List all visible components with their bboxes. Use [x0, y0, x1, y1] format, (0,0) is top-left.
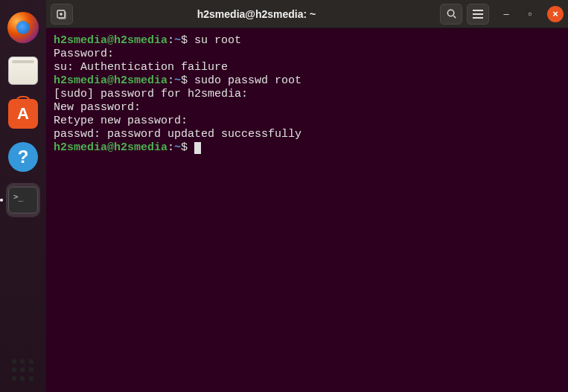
titlebar: h2smedia@h2smedia: ~ – ▫ ×: [46, 0, 568, 28]
dock-item-terminal[interactable]: >_: [6, 183, 40, 217]
close-button[interactable]: ×: [547, 6, 564, 22]
prompt-host: @h2smedia: [107, 34, 167, 47]
prompt-path: ~: [174, 74, 181, 87]
terminal-prompt-line: h2smedia@h2smedia:~$ su root: [54, 34, 561, 48]
hamburger-icon: [473, 10, 483, 19]
cursor: [194, 142, 201, 154]
terminal-output-line: passwd: password updated successfully: [54, 128, 561, 141]
output-text: New password:: [54, 101, 141, 114]
dock: ? >_: [0, 0, 46, 392]
minimize-button[interactable]: –: [500, 7, 513, 21]
output-text: Retype new password:: [54, 115, 188, 127]
output-text: Password:: [54, 48, 114, 60]
terminal-output-line: New password:: [54, 101, 561, 115]
dock-item-software[interactable]: [6, 97, 40, 131]
svg-point-1: [447, 10, 453, 16]
prompt-user: h2smedia: [54, 34, 107, 47]
prompt-host: @h2smedia: [107, 74, 167, 87]
output-text: [sudo] password for h2smedia:: [54, 88, 248, 100]
shopping-bag-icon: [8, 99, 38, 129]
terminal-output[interactable]: h2smedia@h2smedia:~$ su rootPassword:su:…: [46, 28, 568, 392]
command-text: sudo passwd root: [194, 74, 301, 87]
dock-show-applications[interactable]: [12, 359, 34, 382]
terminal-prompt-line: h2smedia@h2smedia:~$ sudo passwd root: [54, 74, 561, 88]
menu-button[interactable]: [467, 4, 489, 25]
terminal-output-line: su: Authentication failure: [54, 61, 561, 74]
terminal-icon: >_: [8, 187, 38, 213]
new-tab-icon: [56, 8, 68, 20]
firefox-icon: [7, 12, 39, 43]
prompt-path: ~: [174, 141, 181, 154]
search-button[interactable]: [440, 4, 462, 25]
terminal-window: h2smedia@h2smedia: ~ – ▫ × h2smedia@h2sm…: [46, 0, 568, 392]
dock-item-files[interactable]: [6, 54, 40, 88]
terminal-output-line: Password:: [54, 48, 561, 61]
output-text: passwd: password updated successfully: [54, 128, 301, 141]
prompt-user: h2smedia: [54, 74, 107, 87]
terminal-prompt-line: h2smedia@h2smedia:~$: [54, 141, 561, 155]
window-controls: – ▫ ×: [500, 6, 564, 22]
terminal-output-line: Retype new password:: [54, 115, 561, 128]
dock-item-help[interactable]: ?: [6, 140, 40, 174]
files-icon: [8, 57, 38, 85]
dock-item-firefox[interactable]: [6, 10, 40, 45]
prompt-user: h2smedia: [54, 141, 107, 154]
maximize-button[interactable]: ▫: [523, 7, 537, 21]
prompt-path: ~: [174, 34, 181, 47]
prompt-host: @h2smedia: [107, 141, 167, 154]
new-tab-button[interactable]: [51, 4, 73, 25]
search-icon: [446, 8, 457, 19]
command-text: su root: [194, 34, 241, 47]
window-title: h2smedia@h2smedia: ~: [77, 8, 435, 20]
terminal-output-line: [sudo] password for h2smedia:: [54, 88, 561, 101]
help-icon: ?: [8, 142, 38, 172]
output-text: su: Authentication failure: [54, 61, 228, 74]
